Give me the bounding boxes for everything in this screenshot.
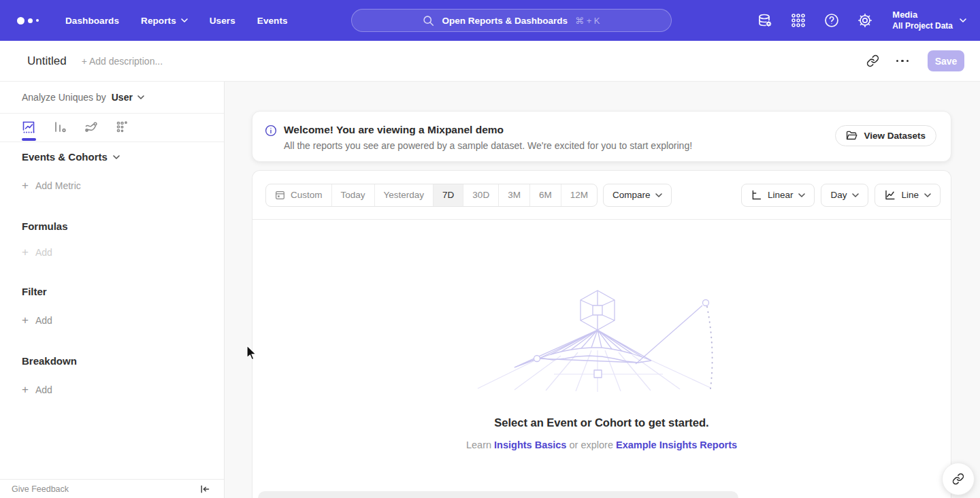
link-icon [952,473,964,485]
retention-tab-icon[interactable] [115,120,130,135]
project-name: Media [892,10,953,20]
range-30d[interactable]: 30D [463,184,499,206]
chevron-down-icon [852,193,859,197]
plus-icon: + [22,384,29,395]
project-switcher[interactable]: Media All Project Data [890,10,966,31]
analyze-value-dropdown[interactable]: User [112,92,133,103]
title-bar-actions: Save [862,50,980,71]
nav-item-events[interactable]: Events [246,0,299,41]
main-content: Welcome! You are viewing a Mixpanel demo… [225,82,980,498]
plus-icon: + [22,246,29,258]
chevron-down-icon [798,193,805,197]
insights-report-card: Custom Today Yesterday 7D 30D 3M 6M 12M … [252,170,951,498]
formulas-heading: Formulas [22,220,68,232]
sidebar-footer: Give Feedback [0,479,224,498]
interval-dropdown[interactable]: Day [821,184,868,207]
info-icon [265,124,277,137]
more-options-button[interactable] [892,51,913,71]
collapse-sidebar-icon[interactable] [199,484,210,495]
range-custom[interactable]: Custom [266,184,332,206]
report-title-bar: Untitled + Add description... Save [0,41,980,82]
search-icon [423,15,434,27]
active-tab-underline [22,138,36,141]
line-chart-icon [884,189,896,201]
nav-menu: Dashboards Reports Users Events [54,0,299,41]
filter-heading: Filter [22,286,47,297]
events-cohorts-heading[interactable]: Events & Cohorts [22,151,120,163]
chart-display-controls: Linear Day Line [741,184,941,207]
add-formula-button[interactable]: + Add [22,246,52,258]
table-preview-edge [258,491,738,498]
chart-controls-row: Custom Today Yesterday 7D 30D 3M 6M 12M … [252,171,951,220]
calendar-icon [275,190,285,200]
add-filter-button[interactable]: + Add [22,314,52,326]
empty-state-links: Learn Insights Basics or explore Example… [466,439,737,450]
banner-title: Welcome! You are viewing a Mixpanel demo [284,124,504,136]
report-type-tabs [21,113,130,142]
range-12m[interactable]: 12M [561,184,597,206]
save-button[interactable]: Save [928,50,964,71]
chevron-down-icon [181,18,188,22]
banner-body: All the reports you see are powered by a… [284,140,692,151]
ellipsis-icon [896,60,909,63]
demo-welcome-banner: Welcome! You are viewing a Mixpanel demo… [252,111,951,162]
search-shortcut: ⌘ + K [575,16,600,26]
empty-state-illustration [472,288,731,393]
top-nav: Dashboards Reports Users Events Open Rep… [0,0,980,41]
analyze-uniques-row: Analyze Uniques by User [22,82,144,113]
report-title[interactable]: Untitled [27,54,67,68]
add-description-field[interactable]: + Add description... [82,56,163,67]
date-range-picker: Custom Today Yesterday 7D 30D 3M 6M 12M [265,184,598,207]
search-placeholder: Open Reports & Dashboards [442,16,568,26]
chart-type-dropdown[interactable]: Line [875,184,941,207]
add-breakdown-button[interactable]: + Add [22,384,52,395]
folder-icon [846,131,858,141]
apps-grid-icon[interactable] [790,12,806,29]
funnels-tab-icon[interactable] [52,120,67,135]
data-management-icon[interactable] [757,12,773,29]
analyze-label: Analyze Uniques by [22,92,106,103]
range-7d[interactable]: 7D [434,184,463,206]
global-search-bar[interactable]: Open Reports & Dashboards ⌘ + K [351,9,672,32]
nav-item-users[interactable]: Users [199,0,246,41]
mixpanel-logo[interactable] [17,17,42,24]
plus-icon: + [22,314,29,326]
insights-basics-link[interactable]: Insights Basics [494,439,566,450]
project-scope: All Project Data [892,21,953,31]
chevron-down-icon [113,155,120,159]
range-today[interactable]: Today [332,184,375,206]
query-builder-sidebar: Analyze Uniques by User Events & Cohorts… [0,82,225,498]
link-icon [866,54,879,67]
flows-tab-icon[interactable] [84,120,99,135]
range-3m[interactable]: 3M [499,184,530,206]
empty-state: Select an Event or Cohort to get started… [252,220,951,491]
chevron-down-icon [960,18,966,22]
chevron-down-icon [655,193,662,197]
range-yesterday[interactable]: Yesterday [375,184,434,206]
add-metric-button[interactable]: + Add Metric [22,180,81,191]
nav-item-dashboards[interactable]: Dashboards [54,0,130,41]
help-icon[interactable] [823,12,840,29]
nav-item-reports[interactable]: Reports [130,0,199,41]
example-reports-link[interactable]: Example Insights Reports [616,439,737,450]
share-link-fab[interactable] [942,463,975,495]
nav-right-cluster: Media All Project Data [757,0,966,41]
settings-gear-icon[interactable] [857,12,873,29]
scale-dropdown[interactable]: Linear [741,184,815,207]
copy-link-button[interactable] [862,51,883,71]
give-feedback-link[interactable]: Give Feedback [12,484,69,494]
linear-scale-icon [751,189,762,201]
chevron-down-icon [137,95,144,99]
breakdown-heading: Breakdown [22,355,77,367]
chevron-down-icon [924,193,931,197]
divider [0,142,224,142]
empty-state-title: Select an Event or Cohort to get started… [494,416,708,429]
compare-button[interactable]: Compare [603,184,672,207]
project-info: Media All Project Data [892,10,953,31]
insights-tab-icon[interactable] [21,120,36,135]
range-6m[interactable]: 6M [530,184,561,206]
plus-icon: + [22,180,29,191]
view-datasets-button[interactable]: View Datasets [835,125,936,146]
